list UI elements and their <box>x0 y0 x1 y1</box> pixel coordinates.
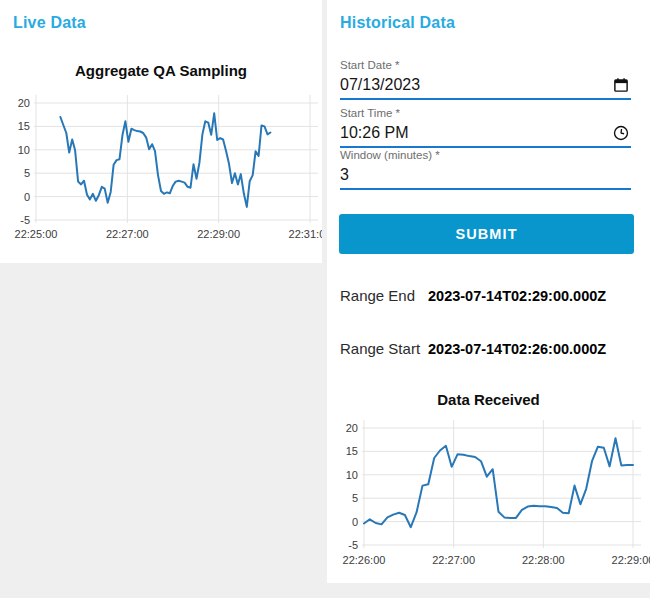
svg-text:22:31:00: 22:31:00 <box>289 228 322 240</box>
window-minutes-input[interactable] <box>340 166 631 184</box>
svg-text:22:26:00: 22:26:00 <box>343 554 386 566</box>
historical-data-heading: Historical Data <box>340 14 455 32</box>
svg-text:15: 15 <box>346 445 358 457</box>
start-time-input[interactable] <box>340 124 611 142</box>
range-end-row: Range End 2023-07-14T02:29:00.000Z <box>340 287 606 304</box>
historical-chart-title: Data Received <box>327 391 650 408</box>
start-time-field: Start Time * <box>340 106 631 148</box>
svg-text:10: 10 <box>18 144 30 156</box>
start-date-input[interactable] <box>340 76 611 94</box>
window-minutes-label: Window (minutes) * <box>340 148 631 162</box>
window-minutes-field: Window (minutes) * <box>340 148 631 190</box>
live-chart-title: Aggregate QA Sampling <box>0 62 322 79</box>
svg-text:-5: -5 <box>348 539 358 551</box>
aggregate-qa-sampling-chart: 22:25:0022:27:0022:29:0022:31:0020151050… <box>0 88 322 260</box>
svg-text:22:29:00: 22:29:00 <box>612 554 650 566</box>
svg-text:15: 15 <box>18 120 30 132</box>
range-start-row: Range Start 2023-07-14T02:26:00.000Z <box>340 340 606 357</box>
svg-text:22:28:00: 22:28:00 <box>522 554 565 566</box>
start-date-field: Start Date * <box>340 58 631 100</box>
data-received-chart: 22:26:0022:27:0022:28:0022:29:0020151050… <box>327 415 650 583</box>
svg-text:-5: -5 <box>20 214 30 226</box>
range-end-value: 2023-07-14T02:29:00.000Z <box>428 288 606 304</box>
range-end-label: Range End <box>340 287 427 304</box>
svg-text:5: 5 <box>24 167 30 179</box>
start-time-label: Start Time * <box>340 106 631 120</box>
start-date-label: Start Date * <box>340 58 631 72</box>
calendar-icon[interactable] <box>611 75 631 95</box>
range-start-label: Range Start <box>340 340 427 357</box>
svg-text:22:25:00: 22:25:00 <box>15 228 58 240</box>
live-data-panel: Live Data Aggregate QA Sampling 22:25:00… <box>0 0 322 263</box>
svg-text:5: 5 <box>352 492 358 504</box>
svg-text:20: 20 <box>18 97 30 109</box>
submit-button[interactable]: SUBMIT <box>339 214 634 254</box>
svg-text:10: 10 <box>346 469 358 481</box>
svg-text:0: 0 <box>24 191 30 203</box>
range-start-value: 2023-07-14T02:26:00.000Z <box>428 341 606 357</box>
svg-text:22:27:00: 22:27:00 <box>432 554 475 566</box>
svg-text:22:27:00: 22:27:00 <box>106 228 149 240</box>
svg-text:22:29:00: 22:29:00 <box>197 228 240 240</box>
svg-text:20: 20 <box>346 422 358 434</box>
live-data-heading: Live Data <box>13 14 86 32</box>
clock-icon[interactable] <box>611 123 631 143</box>
svg-text:0: 0 <box>352 516 358 528</box>
historical-data-panel: Historical Data Start Date * Start Time … <box>327 0 650 583</box>
